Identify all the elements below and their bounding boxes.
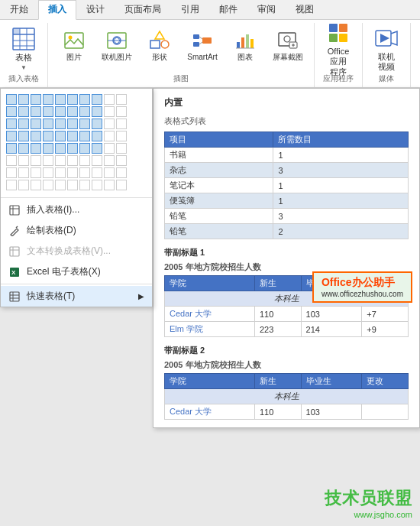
tab-references[interactable]: 引用	[171, 0, 209, 19]
grid-cell[interactable]	[116, 143, 127, 154]
grid-cell[interactable]	[55, 167, 66, 178]
grid-cell[interactable]	[104, 94, 115, 105]
grid-cell[interactable]	[31, 143, 41, 154]
grid-cell[interactable]	[92, 131, 102, 141]
grid-cell[interactable]	[79, 119, 90, 129]
grid-cell[interactable]	[31, 131, 41, 141]
grid-cell[interactable]	[79, 106, 90, 117]
grid-cell[interactable]	[18, 94, 29, 105]
grid-cell[interactable]	[55, 180, 66, 190]
grid-cell[interactable]	[6, 119, 17, 129]
grid-picker[interactable]	[1, 89, 152, 196]
grid-cell[interactable]	[104, 143, 115, 154]
grid-cell[interactable]	[116, 119, 127, 129]
chart-button[interactable]: 图表	[225, 26, 265, 66]
screenshot-button[interactable]: 屏幕截图	[268, 26, 308, 66]
office-apps-button[interactable]: Office应用程序	[321, 26, 356, 72]
tab-start[interactable]: 开始	[0, 0, 38, 19]
grid-cell[interactable]	[79, 94, 90, 105]
grid-cell[interactable]	[18, 143, 29, 154]
grid-cell[interactable]	[6, 167, 17, 178]
grid-cell[interactable]	[104, 180, 115, 190]
grid-cell[interactable]	[43, 167, 53, 178]
tab-layout[interactable]: 页面布局	[115, 0, 171, 19]
grid-cell[interactable]	[104, 155, 115, 166]
grid-cell[interactable]	[92, 106, 102, 117]
grid-cell[interactable]	[31, 119, 41, 129]
grid-cell[interactable]	[92, 119, 102, 129]
grid-cell[interactable]	[43, 106, 53, 117]
grid-cell[interactable]	[31, 180, 41, 190]
grid-cell[interactable]	[43, 155, 53, 166]
grid-cell[interactable]	[18, 106, 29, 117]
grid-cell[interactable]	[116, 167, 127, 178]
grid-cell[interactable]	[18, 180, 29, 190]
grid-cell[interactable]	[6, 131, 17, 141]
video-button[interactable]: 联机视频	[369, 26, 404, 72]
grid-cell[interactable]	[116, 94, 127, 105]
grid-cell[interactable]	[55, 94, 66, 105]
grid-cell[interactable]	[116, 106, 127, 117]
shapes-button[interactable]: 形状	[140, 26, 179, 66]
grid-cell[interactable]	[31, 106, 41, 117]
tab-insert[interactable]: 插入	[38, 0, 76, 20]
grid-cell[interactable]	[104, 119, 115, 129]
grid-cell[interactable]	[18, 119, 29, 129]
grid-cell[interactable]	[18, 167, 29, 178]
image-button[interactable]: 图片	[54, 26, 94, 66]
grid-cell[interactable]	[67, 106, 78, 117]
grid-cell[interactable]	[67, 131, 78, 141]
grid-cell[interactable]	[79, 143, 90, 154]
grid-cell[interactable]	[43, 131, 53, 141]
grid-cell[interactable]	[6, 94, 17, 105]
tab-mail[interactable]: 邮件	[209, 0, 247, 19]
online-image-button[interactable]: 联机图片	[97, 26, 137, 66]
grid-cell[interactable]	[79, 180, 90, 190]
grid-cell[interactable]	[55, 143, 66, 154]
grid-cell[interactable]	[55, 106, 66, 117]
tab-view[interactable]: 视图	[286, 0, 324, 19]
excel-table-item[interactable]: X Excel 电子表格(X)	[1, 261, 152, 282]
grid-cell[interactable]	[79, 167, 90, 178]
grid-cell[interactable]	[43, 119, 53, 129]
grid-cell[interactable]	[116, 131, 127, 141]
grid-cell[interactable]	[104, 167, 115, 178]
grid-cell[interactable]	[43, 94, 53, 105]
grid-cell[interactable]	[6, 180, 17, 190]
draw-table-item[interactable]: 绘制表格(D)	[1, 220, 152, 241]
grid-cell[interactable]	[79, 131, 90, 141]
grid-cell[interactable]	[55, 131, 66, 141]
grid-cell[interactable]	[43, 180, 53, 190]
grid-cell[interactable]	[67, 143, 78, 154]
grid-cell[interactable]	[6, 143, 17, 154]
grid-cell[interactable]	[31, 167, 41, 178]
grid-cell[interactable]	[104, 106, 115, 117]
grid-cell[interactable]	[55, 155, 66, 166]
grid-cell[interactable]	[67, 167, 78, 178]
grid-cell[interactable]	[31, 155, 41, 166]
grid-cell[interactable]	[104, 131, 115, 141]
grid-cell[interactable]	[79, 155, 90, 166]
grid-cell[interactable]	[92, 155, 102, 166]
grid-cell[interactable]	[18, 155, 29, 166]
tab-design[interactable]: 设计	[76, 0, 115, 19]
tab-review[interactable]: 审阅	[247, 0, 286, 19]
grid-cell[interactable]	[67, 180, 78, 190]
grid-cell[interactable]	[18, 131, 29, 141]
grid-cell[interactable]	[92, 94, 102, 105]
grid-cell[interactable]	[6, 155, 17, 166]
grid-cell[interactable]	[67, 119, 78, 129]
grid-cell[interactable]	[92, 167, 102, 178]
grid-cell[interactable]	[116, 180, 127, 190]
grid-cell[interactable]	[67, 94, 78, 105]
grid-cell[interactable]	[116, 155, 127, 166]
grid-cell[interactable]	[6, 106, 17, 117]
quick-table-item[interactable]: 快速表格(T) ▶	[1, 286, 152, 307]
grid-cell[interactable]	[92, 143, 102, 154]
smartart-button[interactable]: SmartArt	[183, 26, 222, 66]
insert-table-item[interactable]: 插入表格(I)...	[1, 200, 152, 220]
grid-cell[interactable]	[55, 119, 66, 129]
grid-cell[interactable]	[43, 143, 53, 154]
table-button[interactable]: 表格 ▼	[6, 26, 41, 72]
grid-cell[interactable]	[92, 180, 102, 190]
